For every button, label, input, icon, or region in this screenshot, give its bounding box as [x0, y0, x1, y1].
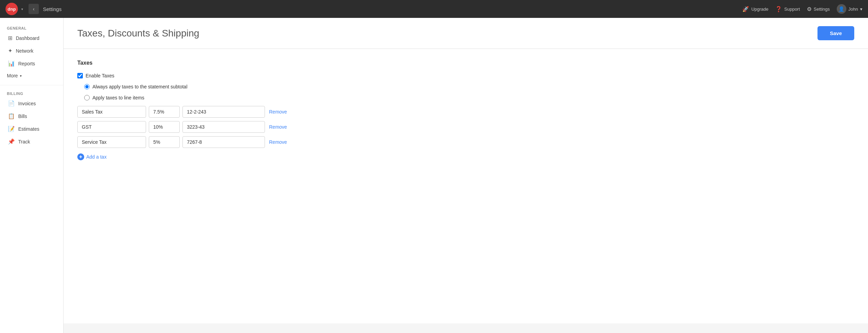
user-name: John — [848, 7, 858, 12]
more-caret: ▾ — [20, 74, 22, 78]
sidebar-billing-label: BILLING — [0, 89, 63, 97]
sidebar: GENERAL ⊞ Dashboard ✦ Network 📊 Reports … — [0, 18, 64, 333]
sidebar-item-label: Bills — [18, 114, 27, 119]
enable-taxes-row: Enable Taxes — [77, 73, 854, 78]
bills-icon: 📋 — [8, 113, 15, 119]
user-caret: ▾ — [860, 7, 863, 12]
sidebar-general-label: GENERAL — [0, 23, 63, 32]
support-label: Support — [784, 7, 800, 12]
back-button[interactable]: ‹ — [29, 4, 39, 14]
sidebar-item-estimates[interactable]: 📝 Estimates — [0, 122, 63, 135]
tax-code-input[interactable] — [182, 136, 265, 148]
sidebar-item-track[interactable]: 📌 Track — [0, 135, 63, 148]
enable-taxes-checkbox[interactable] — [77, 73, 83, 78]
tax-rate-input[interactable] — [149, 121, 180, 133]
upgrade-label: Upgrade — [751, 7, 768, 12]
sidebar-item-label: Reports — [18, 61, 35, 66]
sidebar-item-label: Network — [16, 48, 33, 54]
tax-rate-input[interactable] — [149, 136, 180, 148]
estimates-icon: 📝 — [8, 126, 15, 132]
upgrade-button[interactable]: 🚀 Upgrade — [742, 6, 768, 12]
settings-label: Settings — [814, 7, 830, 12]
tax-row: Remove — [77, 106, 854, 118]
brand-logo[interactable]: dnp — [5, 3, 18, 15]
tax-rate-input[interactable] — [149, 106, 180, 118]
sidebar-item-network[interactable]: ✦ Network — [0, 44, 63, 57]
tax-row: Remove — [77, 136, 854, 148]
tax-row: Remove — [77, 121, 854, 133]
tax-code-input[interactable] — [182, 106, 265, 118]
radio-line-items-row: Apply taxes to line items — [84, 95, 854, 100]
taxes-section-title: Taxes — [77, 60, 854, 66]
sidebar-item-bills[interactable]: 📋 Bills — [0, 110, 63, 122]
tax-name-input[interactable] — [77, 121, 146, 133]
invoices-icon: 📄 — [8, 100, 15, 107]
sidebar-more-toggle[interactable]: More ▾ — [0, 70, 63, 82]
radio-always-label[interactable]: Always apply taxes to the statement subt… — [92, 84, 187, 89]
sidebar-item-label: Invoices — [18, 101, 36, 106]
nav-title: Settings — [43, 6, 62, 12]
reports-icon: 📊 — [8, 60, 15, 67]
support-icon: ❓ — [775, 6, 782, 12]
user-avatar-icon: 👤 — [838, 6, 844, 12]
page-title: Taxes, Discounts & Shipping — [77, 28, 199, 39]
radio-always-taxes[interactable] — [84, 84, 90, 89]
sidebar-item-label: Estimates — [18, 126, 39, 132]
top-navigation: dnp ▾ ‹ Settings 🚀 Upgrade ❓ Support ⚙ S… — [0, 0, 868, 18]
brand-dropdown[interactable]: ▾ — [21, 7, 23, 11]
remove-tax-link[interactable]: Remove — [269, 109, 287, 115]
page-body: Taxes Enable Taxes Always apply taxes to… — [64, 49, 868, 323]
tax-rows-container: Remove Remove Remove — [77, 106, 854, 148]
track-icon: 📌 — [8, 138, 15, 145]
taxes-section: Taxes Enable Taxes Always apply taxes to… — [77, 60, 854, 160]
add-tax-row[interactable]: + Add a tax — [77, 153, 854, 160]
sidebar-item-dashboard[interactable]: ⊞ Dashboard — [0, 32, 63, 44]
tax-name-input[interactable] — [77, 136, 146, 148]
user-menu[interactable]: 👤 John ▾ — [837, 4, 863, 14]
settings-icon: ⚙ — [807, 6, 812, 12]
sidebar-item-label: Track — [18, 139, 30, 144]
radio-always-row: Always apply taxes to the statement subt… — [84, 84, 854, 89]
tax-code-input[interactable] — [182, 121, 265, 133]
add-tax-icon: + — [77, 153, 84, 160]
sidebar-item-label: Dashboard — [16, 35, 40, 41]
tax-name-input[interactable] — [77, 106, 146, 118]
remove-tax-link[interactable]: Remove — [269, 139, 287, 145]
page-header: Taxes, Discounts & Shipping Save — [64, 18, 868, 49]
upgrade-icon: 🚀 — [742, 6, 749, 12]
radio-line-items[interactable] — [84, 95, 90, 100]
dashboard-icon: ⊞ — [8, 35, 12, 41]
user-avatar: 👤 — [837, 4, 846, 14]
settings-button[interactable]: ⚙ Settings — [807, 6, 830, 12]
sidebar-divider — [0, 85, 63, 85]
remove-tax-link[interactable]: Remove — [269, 124, 287, 130]
more-label: More — [7, 73, 18, 78]
sidebar-item-invoices[interactable]: 📄 Invoices — [0, 97, 63, 110]
support-button[interactable]: ❓ Support — [775, 6, 800, 12]
radio-line-items-label[interactable]: Apply taxes to line items — [92, 95, 144, 100]
nav-actions: 🚀 Upgrade ❓ Support ⚙ Settings 👤 John ▾ — [742, 4, 863, 14]
main-content: Taxes, Discounts & Shipping Save Taxes E… — [64, 18, 868, 333]
sidebar-item-reports[interactable]: 📊 Reports — [0, 57, 63, 70]
network-icon: ✦ — [8, 47, 12, 54]
save-button[interactable]: Save — [817, 26, 854, 40]
add-tax-label: Add a tax — [86, 154, 107, 160]
enable-taxes-label[interactable]: Enable Taxes — [86, 73, 114, 78]
